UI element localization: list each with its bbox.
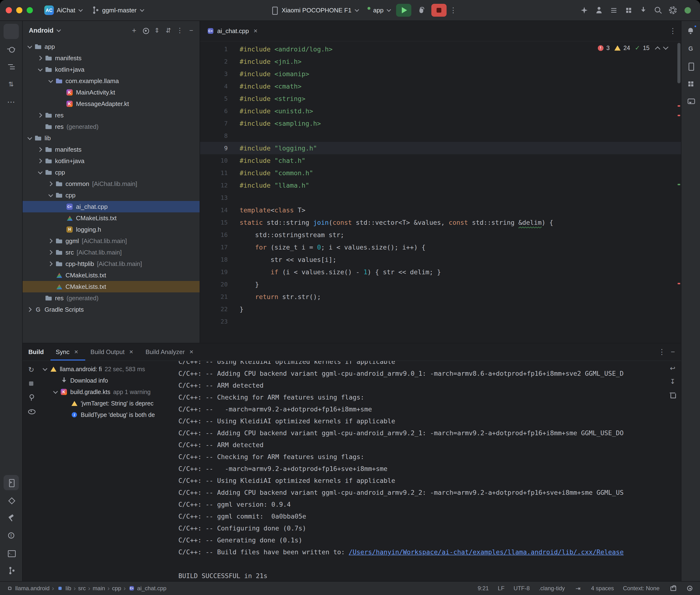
next-issue-icon[interactable] (663, 44, 669, 50)
code-line[interactable]: 7#include <sampling.h> (200, 117, 681, 130)
project-tree-item[interactable]: CMakeLists.txt (23, 270, 200, 281)
code-line[interactable]: 20 } (200, 278, 681, 290)
status-lf[interactable]: LF (498, 585, 504, 592)
code-line[interactable]: 13 (200, 192, 681, 204)
build-tree-item[interactable]: 'jvmTarget: String' is deprec (40, 398, 172, 409)
status-9-21[interactable]: 9:21 (478, 585, 489, 592)
code-line[interactable]: 18 str << values[i]; (200, 253, 681, 266)
code-line[interactable]: 22} (200, 303, 681, 315)
lock-open-widget[interactable] (669, 584, 677, 592)
code-line[interactable]: 2#include <jni.h> (200, 55, 681, 67)
project-tree-item[interactable]: manifests (23, 52, 200, 64)
status--clang-tidy[interactable]: .clang-tidy (539, 585, 565, 592)
profile-button[interactable] (681, 4, 694, 17)
close-tab-icon[interactable] (188, 348, 195, 356)
inspections-widget[interactable]: 3 24 15 (598, 44, 668, 52)
chevron-right-icon[interactable] (47, 249, 55, 256)
project-tree-item[interactable]: MessageAdapter.kt (23, 98, 200, 110)
project-tree-item[interactable]: lib (23, 132, 200, 144)
stop-button[interactable] (431, 4, 447, 17)
chevron-right-icon[interactable] (26, 306, 34, 313)
status-utf-8[interactable]: UTF-8 (513, 585, 530, 592)
sdk-download-button[interactable] (637, 4, 650, 17)
code-line[interactable]: 11#include "common.h" (200, 167, 681, 179)
soft-wrap-button[interactable] (667, 363, 678, 374)
minimize-window-button[interactable] (16, 7, 22, 13)
code-line[interactable]: 15static std::string join(const std::vec… (200, 216, 681, 229)
chevron-down-icon[interactable] (36, 169, 44, 176)
debug-button[interactable] (414, 4, 429, 17)
chevron-right-icon[interactable] (36, 111, 44, 119)
terminal-button[interactable] (4, 545, 19, 561)
locate-file-button[interactable] (140, 25, 151, 36)
chevron-down-icon[interactable] (26, 134, 34, 142)
project-tree-item[interactable]: cpp-httplib[AiChat.lib.main] (23, 258, 200, 270)
status-context-none[interactable]: Context: None (623, 585, 660, 592)
fullscreen-window-button[interactable] (27, 7, 33, 13)
chevron-down-icon[interactable] (47, 77, 55, 85)
status-4-spaces[interactable]: 4 spaces (591, 585, 614, 592)
chevron-right-icon[interactable] (47, 180, 55, 188)
build-tree-item[interactable]: Download info (40, 375, 172, 386)
project-view-selector[interactable]: Android (29, 27, 60, 34)
code-line[interactable]: 19 if (i < values.size() - 1) { str << d… (200, 266, 681, 278)
project-tree-item[interactable]: cpp (23, 190, 200, 201)
project-tree-item[interactable]: res(generated) (23, 121, 200, 132)
code-line[interactable]: 12#include "llama.h" (200, 179, 681, 192)
ai-assistant-button[interactable] (578, 4, 591, 17)
build-tree-item[interactable]: BuildType 'debug' is both de (40, 409, 172, 421)
code-line[interactable]: 17 for (size_t i = 0; i < values.size();… (200, 241, 681, 253)
project-tree-item[interactable]: logging.h (23, 224, 200, 235)
search-everywhere-button[interactable] (651, 4, 665, 17)
run-configuration-selector[interactable]: app (364, 5, 394, 16)
project-tree-item[interactable]: MainActivity.kt (23, 87, 200, 98)
vcs-branch-selector[interactable]: ggml-master (87, 4, 147, 17)
chevron-down-icon[interactable] (47, 192, 55, 199)
pull-requests-button[interactable] (4, 77, 19, 92)
build-tab-sync[interactable]: Sync (51, 343, 85, 361)
code-line[interactable]: 3#include <iomanip> (200, 67, 681, 80)
project-selector[interactable]: AC AiChat (41, 4, 85, 17)
code-area[interactable]: 1#include <android/log.h>2#include <jni.… (200, 41, 681, 343)
project-tree-item[interactable]: src[AiChat.lib.main] (23, 247, 200, 258)
project-folder-button[interactable] (4, 24, 19, 39)
project-tree-item[interactable]: cpp (23, 167, 200, 178)
breadcrumb-item[interactable]: lib (56, 585, 71, 592)
more-run-options-icon[interactable] (449, 6, 457, 15)
layout-inspector-button[interactable] (683, 76, 698, 91)
code-line[interactable]: 6#include <unistd.h> (200, 105, 681, 117)
project-tree-item[interactable]: Gradle Scripts (23, 304, 200, 315)
chevron-down-icon[interactable] (52, 388, 59, 396)
build-tree-item[interactable]: llama.android: fi22 sec, 583 ms (40, 363, 172, 375)
build-variants-button[interactable] (622, 4, 635, 17)
code-line[interactable]: 9#include "logging.h" (200, 142, 681, 154)
close-tab-icon[interactable] (73, 348, 80, 356)
project-tree-item[interactable]: res(generated) (23, 292, 200, 304)
chevron-down-icon[interactable] (41, 365, 49, 373)
close-tab-icon[interactable] (128, 348, 135, 356)
close-window-button[interactable] (6, 7, 12, 13)
build-tree-item[interactable]: build.gradle.ktsapp 1 warning (40, 386, 172, 398)
previous-issue-icon[interactable] (655, 46, 661, 52)
add-button[interactable] (129, 25, 140, 36)
project-tree-item[interactable]: CMakeLists.txt (23, 281, 200, 292)
project-tree-item[interactable]: app (23, 41, 200, 52)
editor-scrollbar[interactable] (677, 41, 681, 343)
code-line[interactable]: 10#include "chat.h" (200, 154, 681, 167)
code-line[interactable]: 14template<class T> (200, 204, 681, 216)
notifications-button[interactable] (683, 23, 698, 38)
run-button[interactable] (396, 4, 411, 17)
ide-messages-widget[interactable] (686, 584, 694, 592)
app-quality-insights-button[interactable] (683, 94, 698, 109)
chevron-right-icon[interactable] (36, 54, 44, 62)
panel-options-button[interactable] (174, 25, 185, 36)
scrollbar-thumb[interactable] (677, 43, 680, 83)
stop-build-button[interactable] (26, 378, 37, 389)
project-tree-item[interactable]: ai_chat.cpp (23, 201, 200, 213)
project-tree-item[interactable]: res (23, 110, 200, 121)
breadcrumb-item[interactable]: llama.android (6, 585, 50, 592)
running-devices-button[interactable] (4, 475, 19, 490)
structure-button[interactable] (4, 59, 19, 74)
code-with-me-button[interactable] (592, 4, 606, 17)
expand-all-button[interactable] (151, 25, 163, 36)
